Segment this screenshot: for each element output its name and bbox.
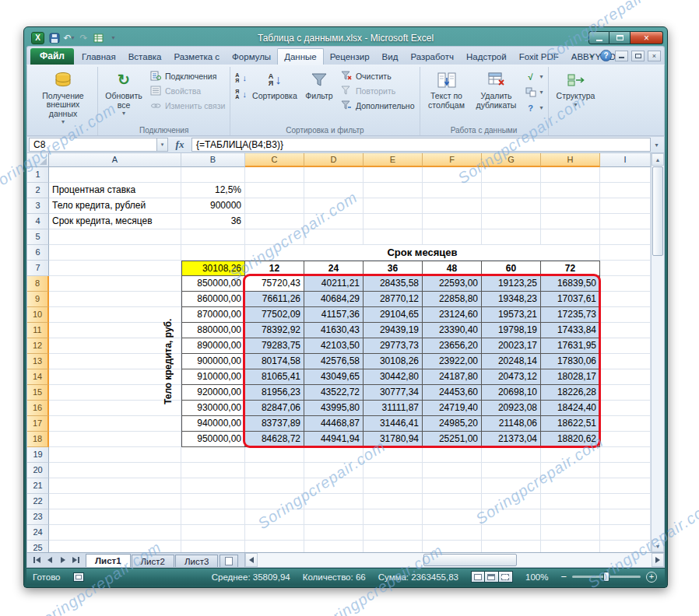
cell-D10[interactable]: 41157,36 xyxy=(304,307,364,323)
remove-duplicates-button[interactable]: Удалить дубликаты xyxy=(471,68,522,125)
cell-I11[interactable] xyxy=(600,323,651,338)
cell-E23[interactable] xyxy=(364,509,423,525)
row-header-21[interactable]: 21 xyxy=(27,478,49,494)
cell-I24[interactable] xyxy=(600,525,651,541)
cell-G7[interactable]: 60 xyxy=(482,261,541,276)
cell-H12[interactable]: 17631,95 xyxy=(541,338,600,354)
cell-G9[interactable]: 19348,23 xyxy=(482,292,541,307)
row-header-6[interactable]: 6 xyxy=(27,245,49,261)
cell-B5[interactable] xyxy=(181,229,245,245)
tab-file[interactable]: Файл xyxy=(30,48,74,65)
cell-E1[interactable] xyxy=(364,167,423,183)
cell-E11[interactable]: 29439,19 xyxy=(364,323,423,338)
cell-I10[interactable] xyxy=(600,307,651,323)
cell-C24[interactable] xyxy=(245,525,304,541)
insert-sheet-button[interactable] xyxy=(220,555,238,567)
cell-B3[interactable]: 900000 xyxy=(181,198,245,214)
edit-links-button[interactable]: Изменить связи xyxy=(147,99,227,112)
cell-H5[interactable] xyxy=(541,229,600,245)
cell-E2[interactable] xyxy=(364,183,423,198)
filter-button[interactable]: Фильтр xyxy=(300,68,338,125)
cell-B9[interactable]: 860000,00 xyxy=(181,292,245,307)
cell-C14[interactable]: 81065,41 xyxy=(245,369,304,385)
cell-F3[interactable] xyxy=(423,198,482,214)
cell-B19[interactable] xyxy=(181,447,245,463)
prev-sheet-button[interactable] xyxy=(44,555,55,566)
cell-D2[interactable] xyxy=(304,183,364,198)
consolidate-button[interactable]: ▾ xyxy=(522,86,546,99)
cell-E9[interactable]: 28770,12 xyxy=(364,292,423,307)
cell-B18[interactable]: 950000,00 xyxy=(181,432,245,447)
undo-button[interactable]: ↶▾ xyxy=(63,32,75,44)
sort-az-button[interactable]: АЯ ↓ xyxy=(233,71,249,84)
cell-A2[interactable]: Процентная ставка xyxy=(49,183,181,198)
cell-B12[interactable]: 890000,00 xyxy=(181,338,245,354)
cell-B16[interactable]: 930000,00 xyxy=(181,401,245,416)
cell-B10[interactable]: 870000,00 xyxy=(181,307,245,323)
cell-G19[interactable] xyxy=(482,447,541,463)
cell-F4[interactable] xyxy=(423,214,482,229)
cell-B20[interactable] xyxy=(181,463,245,478)
column-header-A[interactable]: A xyxy=(49,153,181,167)
cell-F10[interactable]: 23124,60 xyxy=(423,307,482,323)
cell-I13[interactable] xyxy=(600,354,651,369)
last-sheet-button[interactable] xyxy=(71,555,82,566)
excel-app-icon[interactable]: X xyxy=(31,32,44,44)
cell-G18[interactable]: 21373,04 xyxy=(482,432,541,447)
scroll-up-button[interactable]: ▲ xyxy=(652,153,664,166)
cell-E22[interactable] xyxy=(364,494,423,509)
row-header-3[interactable]: 3 xyxy=(27,198,49,214)
cell-C10[interactable]: 77502,09 xyxy=(245,307,304,323)
connections-button[interactable]: Подключения xyxy=(147,69,227,82)
cell-B13[interactable]: 900000,00 xyxy=(181,354,245,369)
row-header-8[interactable]: 8 xyxy=(27,276,49,292)
next-sheet-button[interactable] xyxy=(58,555,68,566)
vertical-scrollbar[interactable]: ▲ ▼ xyxy=(651,153,664,552)
save-button[interactable] xyxy=(48,32,60,44)
cell-B15[interactable]: 920000,00 xyxy=(181,385,245,401)
cell-F22[interactable] xyxy=(423,494,482,509)
cell-C21[interactable] xyxy=(245,478,304,494)
qat-customize-button[interactable]: ▾ xyxy=(107,32,119,44)
cell-F12[interactable]: 23656,20 xyxy=(423,338,482,354)
cell-G2[interactable] xyxy=(482,183,541,198)
cell-F24[interactable] xyxy=(423,525,482,541)
cell-F9[interactable]: 22858,80 xyxy=(423,292,482,307)
cell-G1[interactable] xyxy=(482,167,541,183)
cell-E4[interactable] xyxy=(364,214,423,229)
cell-E15[interactable]: 30777,34 xyxy=(364,385,423,401)
cell-H1[interactable] xyxy=(541,167,600,183)
cell-B11[interactable]: 880000,00 xyxy=(181,323,245,338)
cell-I20[interactable] xyxy=(600,463,651,478)
cell-A21[interactable] xyxy=(49,478,181,494)
cell-D12[interactable]: 42103,50 xyxy=(304,338,364,354)
row-header-4[interactable]: 4 xyxy=(27,214,49,229)
cell-I7[interactable] xyxy=(600,261,651,276)
cell-B22[interactable] xyxy=(181,494,245,509)
row-header-1[interactable]: 1 xyxy=(27,167,49,183)
what-if-analysis-button[interactable]: ? ▾ xyxy=(522,101,546,114)
cell-G11[interactable]: 19798,19 xyxy=(482,323,541,338)
cell-F19[interactable] xyxy=(423,447,482,463)
cell-D19[interactable] xyxy=(304,447,364,463)
column-header-E[interactable]: E xyxy=(364,153,423,167)
cell-I2[interactable] xyxy=(600,183,651,198)
row-header-23[interactable]: 23 xyxy=(27,509,49,525)
cell-G13[interactable]: 20248,14 xyxy=(482,354,541,369)
formula-bar-expand-icon[interactable]: ▾ xyxy=(651,142,662,149)
zoom-level[interactable]: 100% xyxy=(525,572,548,582)
ribbon-tab-Надстрой[interactable]: Надстрой xyxy=(460,49,513,65)
cell-D8[interactable]: 40211,21 xyxy=(304,276,364,292)
cell-H14[interactable]: 18028,17 xyxy=(541,369,600,385)
cell-H17[interactable]: 18622,51 xyxy=(541,416,600,432)
name-box-dropdown-icon[interactable]: ▾ xyxy=(157,138,168,152)
cell-F13[interactable]: 23922,00 xyxy=(423,354,482,369)
ribbon-tab-Вставка[interactable]: Вставка xyxy=(122,49,168,65)
cell-C19[interactable] xyxy=(245,447,304,463)
cell-C1[interactable] xyxy=(245,167,304,183)
cell-B17[interactable]: 940000,00 xyxy=(181,416,245,432)
ribbon-tab-Формулы[interactable]: Формулы xyxy=(226,49,277,65)
cell-B2[interactable]: 12,5% xyxy=(181,183,245,198)
cell-E8[interactable]: 28435,58 xyxy=(364,276,423,292)
cell-D25[interactable] xyxy=(304,541,364,552)
